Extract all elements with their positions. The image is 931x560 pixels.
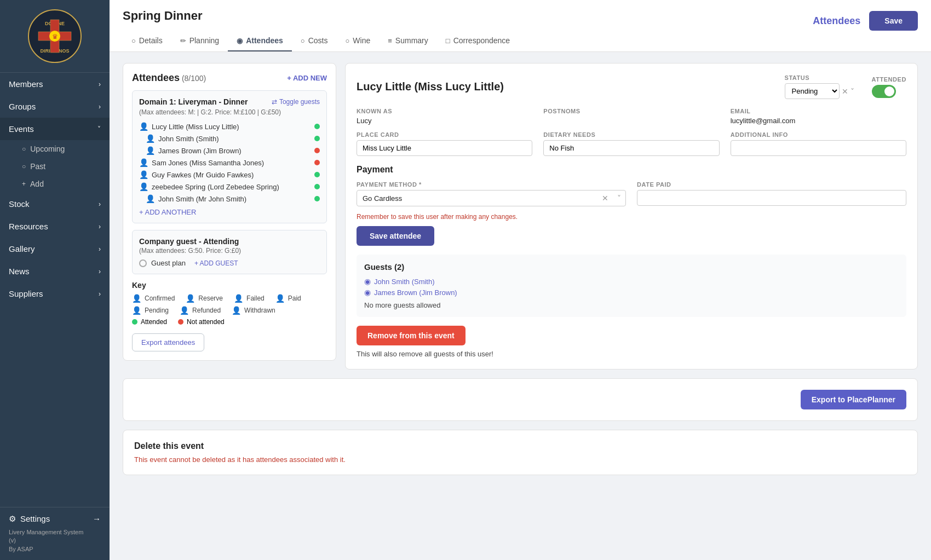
member-name[interactable]: zeebedee Spring (Lord Zebedee Spring)	[152, 183, 279, 191]
sidebar-item-events[interactable]: Events ˅	[0, 118, 110, 140]
member-name[interactable]: Sam Jones (Miss Samantha Jones)	[152, 159, 264, 167]
sidebar-item-resources[interactable]: Resources ›	[0, 215, 110, 238]
guest-link-1[interactable]: ◉ John Smith (Smith)	[364, 277, 899, 286]
detail-fields: KNOWN AS Lucy POSTNOMS EMAIL lucylittle@…	[357, 108, 906, 156]
dietary-needs-input[interactable]	[543, 140, 719, 156]
sidebar-item-groups[interactable]: Groups ›	[0, 95, 110, 118]
place-card-input[interactable]	[357, 140, 532, 156]
attendee-full-name: Lucy Little (Miss Lucy Little)	[357, 80, 504, 93]
known-as-value: Lucy	[357, 117, 532, 125]
app-name: Livery Management System (v) By ASAP	[9, 528, 101, 553]
tab-summary-label: Summary	[395, 36, 428, 45]
sidebar-item-members[interactable]: Members ›	[0, 73, 110, 95]
company-name: Company guest - Attending	[139, 237, 320, 246]
remove-from-event-button[interactable]: Remove from this event	[357, 326, 465, 345]
tab-attendees[interactable]: ◉ Attendees	[228, 31, 292, 51]
paid-icon: 👤	[275, 294, 285, 303]
top-row: Attendees (8/100) + ADD NEW Domain 1: Li…	[123, 63, 918, 370]
tab-details[interactable]: ○ Details	[123, 31, 171, 51]
tab-correspondence[interactable]: □ Correspondence	[437, 31, 519, 51]
payment-method-clear-icon[interactable]: ✕	[597, 190, 613, 206]
settings-item[interactable]: ⚙ Settings →	[9, 514, 101, 524]
status-clear-icon[interactable]: ✕	[842, 87, 848, 96]
confirmed-icon: 👤	[132, 294, 141, 303]
status-dot-green	[314, 184, 320, 189]
chevron-right-icon: ›	[99, 245, 101, 253]
app-version: (v)	[9, 537, 16, 544]
details-icon: ○	[131, 37, 136, 45]
key-refunded: 👤 Refunded	[180, 306, 221, 315]
svg-text:♛: ♛	[52, 33, 58, 41]
sidebar-item-stock[interactable]: Stock ›	[0, 193, 110, 215]
toggle-guests-button[interactable]: ⇄ Toggle guests	[272, 98, 320, 106]
status-field: STATUS Pending Confirmed Reserve Failed …	[785, 74, 854, 99]
guests-title: Guests (2)	[364, 262, 899, 272]
export-attendees-button[interactable]: Export attendees	[132, 333, 204, 351]
sidebar-item-add-event[interactable]: + Add	[13, 175, 110, 193]
sidebar-item-suppliers[interactable]: Suppliers ›	[0, 282, 110, 305]
sidebar-suppliers-label: Suppliers	[9, 289, 43, 298]
plus-icon: +	[22, 180, 26, 188]
person-icon: 👤	[139, 170, 148, 179]
delete-title: Delete this event	[134, 441, 906, 451]
dietary-needs-label: DIETARY NEEDS	[543, 131, 719, 138]
postnoms-field: POSTNOMS	[543, 108, 719, 125]
save-attendee-button[interactable]: Save attendee	[357, 226, 434, 246]
payment-method-chevron-icon[interactable]: ˅	[613, 190, 625, 206]
attendee-name: 👤 zeebedee Spring (Lord Zebedee Spring)	[139, 182, 279, 191]
member-name[interactable]: James Brown (Jim Brown)	[158, 147, 242, 155]
chevron-right-icon: ›	[99, 200, 101, 208]
refunded-icon: 👤	[180, 306, 189, 315]
chevron-right-icon: ›	[99, 80, 101, 88]
attended-toggle[interactable]	[872, 85, 896, 98]
date-paid-input[interactable]	[637, 190, 906, 206]
user-circle-icon: ◉	[364, 288, 371, 297]
member-name[interactable]: Lucy Little (Miss Lucy Little)	[152, 123, 239, 131]
email-field: EMAIL lucylittle@gmail.com	[731, 108, 906, 125]
tab-wine[interactable]: ○ Wine	[337, 31, 380, 51]
costs-icon: ○	[301, 37, 305, 45]
export-to-place-planner-button[interactable]: Export to PlacePlanner	[801, 390, 906, 409]
sidebar-item-upcoming[interactable]: ○ Upcoming	[13, 140, 110, 158]
add-guest-button[interactable]: + ADD GUEST	[194, 259, 238, 267]
sidebar-item-gallery[interactable]: Gallery ›	[0, 238, 110, 260]
member-name[interactable]: John Smith (Smith)	[158, 135, 219, 143]
tab-attendees-label: Attendees	[246, 36, 283, 45]
main-content: Spring Dinner Attendees Save ○ Details ✏…	[110, 0, 931, 560]
company-block: Company guest - Attending (Max attendees…	[132, 230, 327, 274]
status-chevron-icon[interactable]: ˅	[850, 87, 854, 96]
page-title: Spring Dinner	[123, 9, 202, 23]
email-label: EMAIL	[731, 108, 906, 114]
guest-name-1: John Smith (Smith)	[374, 278, 435, 286]
attendee-name: 👤 John Smith (Mr John Smith)	[139, 194, 246, 203]
chevron-down-icon: ˅	[97, 125, 101, 133]
not-attended-red: Not attended	[178, 318, 225, 326]
status-dot-green	[314, 136, 320, 141]
list-item: 👤 Guy Fawkes (Mr Guido Fawkes)	[139, 169, 320, 181]
status-select[interactable]: Pending Confirmed Reserve Failed Paid Re…	[785, 83, 840, 99]
sidebar-item-news[interactable]: News ›	[0, 260, 110, 282]
payment-fields: PAYMENT METHOD * Go Cardless ✕ ˅ DATE PA…	[357, 181, 906, 206]
tab-costs[interactable]: ○ Costs	[292, 31, 337, 51]
member-name[interactable]: John Smith (Mr John Smith)	[158, 195, 246, 203]
tab-correspondence-label: Correspondence	[453, 36, 510, 45]
bottom-row: Export to PlacePlanner	[123, 378, 918, 421]
delete-notice: This event cannot be deleted as it has a…	[134, 455, 906, 464]
additional-info-input[interactable]	[731, 140, 906, 156]
save-button[interactable]: Save	[869, 11, 918, 31]
member-name[interactable]: Guy Fawkes (Mr Guido Fawkes)	[152, 171, 254, 179]
tab-planning[interactable]: ✏ Planning	[171, 31, 228, 51]
attendee-list: 👤 Lucy Little (Miss Lucy Little) 👤 John …	[139, 120, 320, 205]
toggle-icon: ⇄	[272, 98, 277, 106]
guest-link-2[interactable]: ◉ James Brown (Jim Brown)	[364, 288, 899, 297]
key-title: Key	[132, 281, 327, 290]
toggle-label: Toggle guests	[279, 98, 320, 106]
add-another-button[interactable]: + ADD ANOTHER	[139, 208, 196, 216]
person-icon: 👤	[139, 122, 148, 131]
tab-summary[interactable]: ≡ Summary	[379, 31, 437, 51]
add-new-button[interactable]: + ADD NEW	[287, 74, 327, 82]
sidebar-item-past[interactable]: ○ Past	[13, 158, 110, 175]
domain-meta: (Max attendees: M: | G:2. Price: M:£100 …	[139, 108, 320, 116]
attendee-detail-panel: Lucy Little (Miss Lucy Little) STATUS Pe…	[345, 63, 918, 370]
sidebar-events-sub: ○ Upcoming ○ Past + Add	[0, 140, 110, 193]
